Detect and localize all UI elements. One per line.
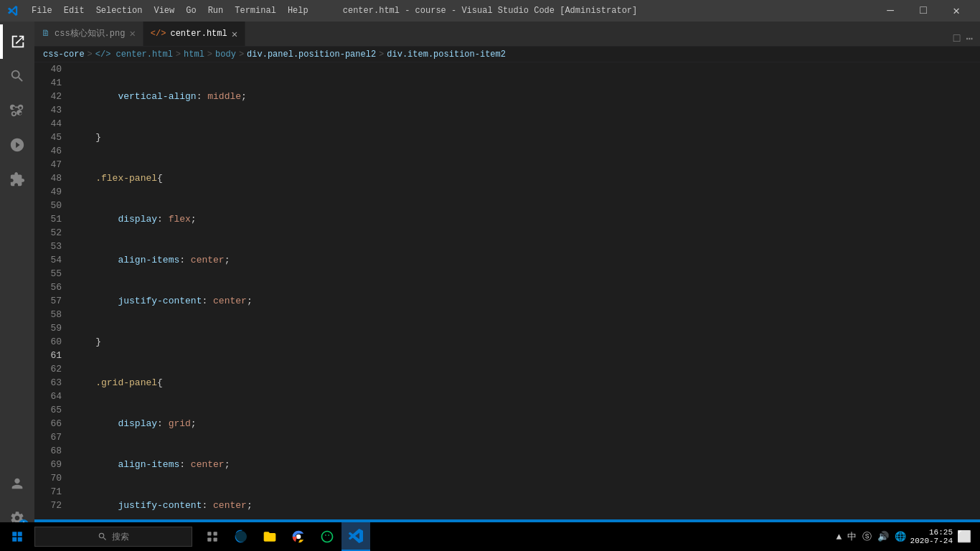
menu-run[interactable]: Run [202, 0, 230, 22]
line-num-42: 42 [34, 90, 63, 103]
tab-css-label: css核心知识.png [55, 27, 125, 39]
main-layout: 1 🗎 css核心知识.png ✕ </> center.html ✕ □ ⋯ … [0, 22, 980, 535]
code-line-43: display: flex; [73, 212, 980, 226]
titlebar: File Edit Selection View Go Run Terminal… [0, 0, 980, 22]
line-num-44: 44 [34, 117, 63, 131]
tray-icons[interactable]: ▲ 中 ⓢ 🔊 🌐 [837, 530, 906, 543]
menu-help[interactable]: Help [282, 0, 314, 22]
line-num-54: 54 [34, 253, 63, 267]
chrome-taskbar[interactable] [284, 522, 313, 551]
windows-taskbar: 搜索 ▲ 中 ⓢ 🔊 🌐 16:25 2020-7-24 ⬜ [0, 522, 980, 551]
svg-rect-2 [207, 538, 211, 542]
maximize-button[interactable]: □ [907, 0, 940, 22]
html-file-icon: </> [151, 29, 166, 39]
line-numbers: 40 41 42 43 44 45 46 47 48 49 50 51 52 5… [34, 62, 70, 519]
line-num-66: 66 [34, 417, 63, 430]
more-actions-icon[interactable]: ⋯ [966, 32, 973, 46]
tab-css-knowledge[interactable]: 🗎 css核心知识.png ✕ [34, 22, 143, 46]
file-explorer-taskbar[interactable] [255, 522, 284, 551]
code-editor[interactable]: 40 41 42 43 44 45 46 47 48 49 50 51 52 5… [34, 62, 980, 519]
line-num-65: 65 [34, 403, 63, 417]
bc-div-item2[interactable]: div.item.position-item2 [387, 50, 506, 60]
line-num-62: 62 [34, 362, 63, 376]
close-button[interactable]: ✕ [940, 0, 973, 22]
bc-center-html[interactable]: </> center.html [95, 50, 173, 60]
line-num-43: 43 [34, 103, 63, 117]
css-file-icon: 🗎 [42, 28, 50, 39]
code-line-42: .flex-panel{ [73, 171, 980, 185]
line-num-72: 72 [34, 499, 63, 512]
show-desktop-button[interactable]: ⬜ [957, 529, 971, 544]
line-num-41: 41 [34, 76, 63, 90]
bc-html[interactable]: html [184, 50, 204, 60]
activity-search[interactable] [0, 59, 34, 93]
line-num-49: 49 [34, 185, 63, 199]
svg-rect-3 [214, 538, 217, 542]
vscode-taskbar[interactable] [341, 522, 370, 551]
svg-rect-1 [214, 532, 217, 535]
line-num-40: 40 [34, 62, 63, 76]
code-line-50: justify-content: center; [73, 499, 980, 512]
taskbar-time: 16:25 [910, 528, 953, 537]
line-num-60: 60 [34, 335, 63, 349]
search-taskbar[interactable]: 搜索 [34, 527, 192, 547]
tab-center-html[interactable]: </> center.html ✕ [143, 22, 245, 46]
line-num-69: 69 [34, 458, 63, 471]
activity-account[interactable] [0, 466, 34, 501]
line-num-58: 58 [34, 308, 63, 321]
tab-html-close[interactable]: ✕ [232, 28, 237, 40]
split-editor-icon[interactable]: □ [953, 32, 961, 45]
menu-view[interactable]: View [148, 0, 180, 22]
line-num-67: 67 [34, 430, 63, 444]
wechat-taskbar[interactable] [313, 522, 341, 551]
code-content[interactable]: vertical-align: middle; } .flex-panel{ d… [70, 62, 980, 519]
bc-div-panel2[interactable]: div.panel.position-panel2 [247, 50, 376, 60]
line-num-57: 57 [34, 294, 63, 308]
taskbar-date: 2020-7-24 [910, 537, 953, 545]
menu-selection[interactable]: Selection [90, 0, 149, 22]
line-num-70: 70 [34, 471, 63, 485]
line-num-52: 52 [34, 226, 63, 240]
editor-container: 🗎 css核心知识.png ✕ </> center.html ✕ □ ⋯ cs… [34, 22, 980, 535]
code-line-48: display: grid; [73, 417, 980, 430]
line-num-48: 48 [34, 171, 63, 185]
line-num-47: 47 [34, 158, 63, 171]
titlebar-left: File Edit Selection View Go Run Terminal… [7, 0, 314, 22]
breadcrumb: css-core > </> center.html > html > body… [34, 47, 980, 62]
code-line-41: } [73, 131, 980, 144]
edge-browser-taskbar[interactable] [227, 522, 255, 551]
titlebar-menu: File Edit Selection View Go Run Terminal… [26, 0, 314, 22]
code-line-45: justify-content: center; [73, 294, 980, 308]
line-num-59: 59 [34, 321, 63, 335]
minimize-button[interactable]: — [874, 0, 907, 22]
tabs-bar: 🗎 css核心知识.png ✕ </> center.html ✕ □ ⋯ [34, 22, 980, 47]
window-controls: — □ ✕ [874, 0, 973, 22]
activity-extensions[interactable] [0, 162, 34, 197]
tab-css-close[interactable]: ✕ [129, 27, 135, 39]
line-num-63: 63 [34, 376, 63, 390]
line-num-46: 46 [34, 144, 63, 158]
bc-css-core[interactable]: css-core [43, 50, 85, 60]
menu-file[interactable]: File [26, 0, 58, 22]
activity-explorer[interactable] [0, 24, 34, 59]
svg-rect-0 [207, 532, 211, 535]
menu-terminal[interactable]: Terminal [229, 0, 282, 22]
taskbar-apps [198, 522, 370, 551]
code-line-46: } [73, 335, 980, 349]
line-num-64: 64 [34, 390, 63, 403]
line-num-71: 71 [34, 485, 63, 499]
vscode-logo-icon [7, 5, 19, 17]
menu-go[interactable]: Go [180, 0, 202, 22]
line-num-55: 55 [34, 267, 63, 281]
tab-html-label: center.html [170, 29, 227, 39]
menu-edit[interactable]: Edit [58, 0, 90, 22]
taskbar-search-text: 搜索 [112, 531, 129, 543]
taskbar-clock[interactable]: 16:25 2020-7-24 [910, 528, 953, 545]
activity-run[interactable] [0, 128, 34, 162]
start-button[interactable] [3, 522, 32, 551]
taskbar-tray: ▲ 中 ⓢ 🔊 🌐 16:25 2020-7-24 ⬜ [837, 528, 977, 545]
window-title: center.html - course - Visual Studio Cod… [343, 6, 637, 16]
task-view-button[interactable] [198, 522, 227, 551]
bc-body[interactable]: body [215, 50, 236, 60]
activity-source-control[interactable] [0, 93, 34, 128]
